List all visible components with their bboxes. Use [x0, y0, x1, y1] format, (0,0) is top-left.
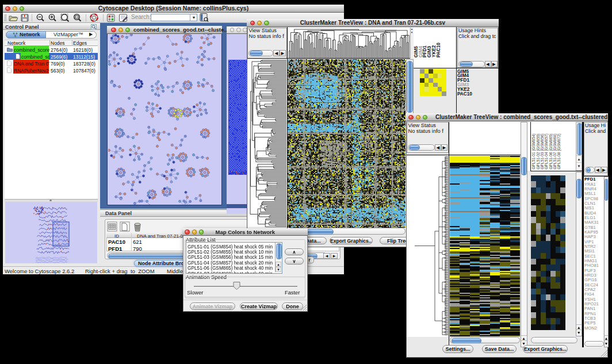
svg-text:PAC10: PAC10 [436, 42, 441, 57]
svg-text:GPL51-08 (GSM872): GPL51-08 (GSM872) [557, 133, 561, 169]
